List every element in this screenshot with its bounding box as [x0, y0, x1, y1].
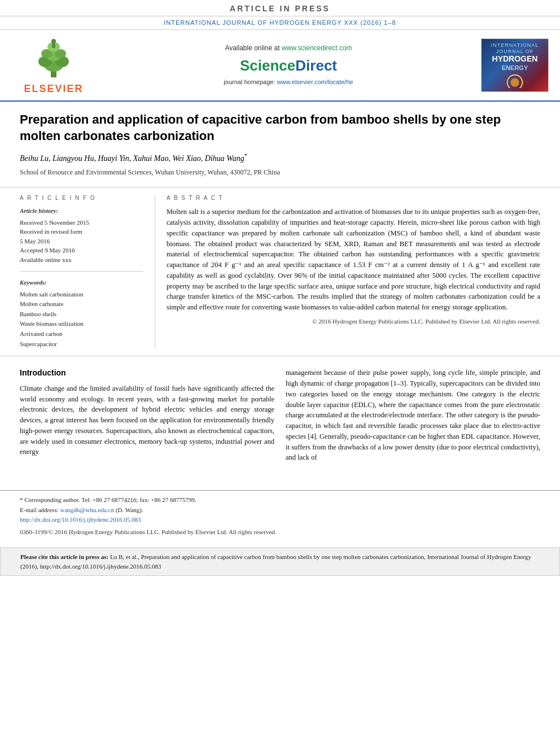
article-in-press-text: ARTICLE IN PRESS [230, 4, 330, 13]
available-online-text: Available online at www.sciencedirect.co… [225, 43, 352, 53]
article-main-title: Preparation and application of capacitiv… [20, 112, 540, 144]
abstract-section-title: A B S T R A C T [167, 194, 540, 202]
keyword-2: Molten carbonate [20, 299, 143, 309]
keywords-label: Keywords: [20, 278, 143, 287]
elsevier-logo-area: ELSEVIER [6, 34, 102, 96]
article-history-label: Article history: [20, 207, 143, 215]
svg-point-11 [510, 78, 519, 87]
article-info-abstract-layout: A R T I C L E I N F O Article history: R… [0, 187, 560, 356]
introduction-section-title: Introduction [20, 368, 274, 379]
journal-cover-area: International Journal of HYDROGENENERGY [475, 34, 554, 96]
elsevier-logo: ELSEVIER [24, 34, 83, 96]
article-info-section-title: A R T I C L E I N F O [20, 194, 143, 202]
journal-homepage: journal homepage: www.elsevier.com/locat… [224, 78, 353, 86]
keywords-section: Keywords: Molten salt carbonization Molt… [20, 278, 143, 349]
cover-main-title: HYDROGENENERGY [492, 55, 538, 72]
article-info-column: A R T I C L E I N F O Article history: R… [20, 194, 155, 349]
corresponding-note: * Corresponding author. Tel: +86 27 6877… [20, 495, 540, 505]
please-cite-label: Please cite this article in press as: [20, 553, 108, 560]
header-area: ELSEVIER Available online at www.science… [0, 30, 560, 102]
footer-copyright: 0360-3199/© 2016 Hydrogen Energy Publica… [20, 527, 540, 538]
received-date: Received 5 November 2015 [20, 218, 143, 228]
article-in-press-banner: ARTICLE IN PRESS [0, 0, 560, 16]
body-content: Introduction Climate change and the limi… [0, 356, 560, 479]
corresponding-mark: * [244, 152, 247, 159]
body-right-col: management because of their pulse power … [286, 368, 540, 468]
email-label: E-mail address: [20, 506, 59, 513]
received-revised-label: Received in revised form [20, 227, 143, 237]
footer-notes: * Corresponding author. Tel: +86 27 6877… [0, 490, 560, 541]
article-affiliation: School of Resource and Environmental Sci… [20, 168, 540, 177]
available-online: Available online xxx [20, 255, 143, 265]
keyword-4: Waste biomass utilization [20, 319, 143, 329]
keyword-5: Activated carbon [20, 329, 143, 339]
article-title-area: Preparation and application of capacitiv… [0, 102, 560, 187]
body-left-col: Introduction Climate change and the limi… [20, 368, 274, 468]
introduction-two-col: Introduction Climate change and the limi… [20, 368, 540, 468]
introduction-paragraph-2: management because of their pulse power … [286, 368, 540, 463]
keyword-6: Supercapacitor [20, 339, 143, 350]
cover-decoration-icon [501, 72, 529, 88]
doi-link[interactable]: http://dx.doi.org/10.1016/j.ijhydene.201… [20, 516, 141, 523]
introduction-paragraph-1: Climate change and the limited availabil… [20, 383, 274, 457]
elsevier-wordmark: ELSEVIER [24, 82, 83, 96]
keyword-3: Bamboo shells [20, 309, 143, 320]
received-revised-date: 5 May 2016 [20, 237, 143, 246]
accepted-date: Accepted 9 May 2016 [20, 246, 143, 255]
abstract-copyright: © 2016 Hydrogen Energy Publications LLC.… [167, 317, 540, 326]
header-center: Available online at www.sciencedirect.co… [106, 34, 471, 96]
article-authors: Beihu Lu, Liangyou Hu, Huayi Yin, Xuhui … [20, 152, 540, 164]
sciencedirect-url[interactable]: www.sciencedirect.com [282, 44, 352, 52]
citation-box: Please cite this article in press as: Lu… [0, 547, 560, 576]
abstract-column: A B S T R A C T Molten salt is a superio… [155, 194, 540, 349]
article-history-section: Article history: Received 5 November 201… [20, 207, 143, 264]
cover-subtitle: International Journal of [485, 42, 545, 55]
sciencedirect-logo: ScienceDirect [240, 55, 337, 76]
email-link[interactable]: wangdh@whu.edu.cn [60, 506, 114, 513]
journal-subtitle: INTERNATIONAL JOURNAL OF HYDROGEN ENERGY… [0, 16, 560, 30]
email-line: E-mail address: wangdh@whu.edu.cn (D. Wa… [20, 505, 540, 516]
journal-subtitle-text: INTERNATIONAL JOURNAL OF HYDROGEN ENERGY… [164, 19, 396, 26]
journal-homepage-url[interactable]: www.elsevier.com/locate/he [277, 78, 353, 85]
journal-cover-image: International Journal of HYDROGENENERGY [481, 38, 549, 92]
svg-point-8 [51, 39, 56, 43]
email-person: (D. Wang). [116, 506, 143, 513]
svg-rect-9 [52, 43, 55, 48]
elsevier-tree-icon [31, 34, 76, 80]
abstract-text: Molten salt is a superior medium for the… [167, 207, 540, 313]
keyword-1: Molten salt carbonization [20, 290, 143, 300]
info-divider [20, 271, 143, 272]
